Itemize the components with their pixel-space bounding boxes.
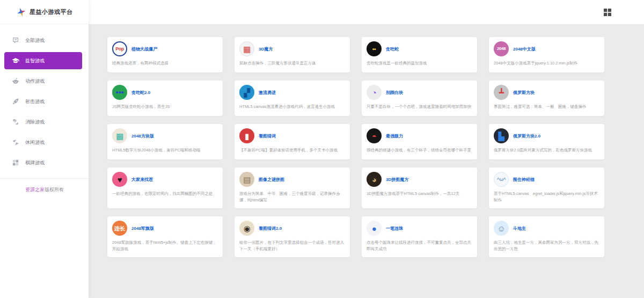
- sidebar-item-puzzle-games[interactable]: 益智游戏: [4, 52, 82, 69]
- game-card-header: ▙ 俄罗斯方块2.0: [494, 128, 599, 143]
- number-2048-icon: 2048: [494, 41, 509, 56]
- game-card[interactable]: ▪▪ 贪吃蛇 贪吃蛇游戏是一款经典的益智游戏: [362, 37, 477, 72]
- game-card[interactable]: ^ω^ 围住神经猫 基于HTML5 canvas、egret_loader.js…: [489, 168, 604, 208]
- game-card-header: ▪▪ 贪吃蛇: [367, 41, 472, 56]
- game-title-link[interactable]: 看图猜词: [259, 133, 276, 139]
- game-card-header: ♥ 大家来找茬: [112, 172, 218, 187]
- game-title-link[interactable]: 围住神经猫: [513, 177, 535, 183]
- game-card-header: ● 一笔连珠: [367, 221, 472, 236]
- game-card[interactable]: ▦ 2048方块版 HTML5数字方块2048小游戏，兼容PC端和移动端: [107, 124, 223, 159]
- game-card[interactable]: ▞ 激流勇进 HTML5 canvas激流勇进小游戏代码，迷宫逃生小游戏: [235, 81, 350, 116]
- game-card-header: ◔ 别踩白块: [367, 85, 472, 100]
- board-grid-icon: [12, 159, 19, 166]
- sidebar-item-shooting-games[interactable]: 射击游戏: [0, 93, 89, 110]
- sidebar-item-action-games[interactable]: 动作游戏: [0, 72, 89, 90]
- sidebar-item-all-games[interactable]: 全部游戏: [0, 32, 89, 49]
- sidebar-item-label: 益智游戏: [25, 57, 45, 64]
- game-card-header: 连长 2048军旗版: [112, 221, 218, 236]
- sidebar-nav: 全部游戏 益智游戏 动作游戏: [0, 24, 89, 171]
- game-title-link[interactable]: 3D魔方: [259, 46, 273, 52]
- game-card[interactable]: ●●● 贪吃蛇2.0 JS网页版贪吃蛇小游戏，原生JS: [107, 81, 223, 116]
- game-title-link[interactable]: 激流勇进: [259, 90, 276, 96]
- game-description: 3D拼图魔方游戏基于HTML5 canvas制作，一共12关: [367, 191, 472, 197]
- game-title-link[interactable]: 俄罗斯方块2.0: [513, 133, 540, 139]
- logo-star-icon: [16, 6, 27, 17]
- game-description: 很经典的猜谜小游戏，有三个杯子，猜猜金币在哪个杯子里: [367, 147, 472, 154]
- game-title-link[interactable]: 别踩白块: [386, 90, 403, 96]
- apps-grid-icon[interactable]: [603, 8, 612, 17]
- game-card[interactable]: Pop 植物大战僵尸 经典游戏还原，有两种模式选择: [107, 37, 223, 72]
- game-title-link[interactable]: 看图猜词2.0: [259, 226, 282, 231]
- copyright-brand-link[interactable]: 资源之家: [25, 187, 45, 192]
- cola-bottle-icon: ▮: [239, 128, 254, 143]
- copyright: 资源之家版权所有: [0, 179, 89, 193]
- game-card[interactable]: ◉ 看图猜词2.0 给你一张图片，在下列文字里选择组合一个成语，答对进入下一关（…: [235, 216, 350, 257]
- eye-icon: ◉: [239, 221, 254, 236]
- snake-2-icon: ●●●: [112, 85, 127, 100]
- game-card[interactable]: ▙ 俄罗斯方块2.0 俄罗斯方块2.0面向对象方式写的，彩色俄罗斯方块游戏: [489, 124, 604, 159]
- game-card[interactable]: ┻ 俄罗斯方块 界面简洁，难度可选：简单、一般、困难，键盘操作: [489, 81, 604, 116]
- game-card[interactable]: 连长 2048军旗版 2048军旗版游戏，基于html5+js制作。键盘上下左右…: [107, 216, 223, 257]
- game-title-link[interactable]: 2048军旗版: [131, 226, 154, 231]
- game-card[interactable]: ♥ 大家来找茬 一款经典的游戏，在限定时间内，找出两幅图的不同之处: [107, 168, 223, 208]
- rapids-stairs-icon: ▞: [239, 85, 254, 100]
- game-title-link[interactable]: 图像之谜拼图: [259, 177, 284, 183]
- sidebar-item-label: 全部游戏: [25, 37, 45, 44]
- rocket-icon: [12, 98, 19, 105]
- game-card[interactable]: ☺ 斗地主 由三人玩，地主是一方，其余两家为另一方，双方对战，先出完的一方胜: [489, 216, 604, 257]
- game-description: HTML5 canvas激流勇进小游戏代码，迷宫逃生小游戏: [239, 104, 345, 110]
- sidebar-item-label: 动作游戏: [25, 78, 45, 85]
- game-card-header: Pop 植物大战僵尸: [112, 41, 218, 56]
- game-title-link[interactable]: 贪吃蛇: [386, 46, 399, 52]
- landlord-boy-icon: ☺: [494, 221, 509, 236]
- game-title-link[interactable]: 一笔连珠: [386, 226, 403, 231]
- game-grid: Pop 植物大战僵尸 经典游戏还原，有两种模式选择 ▦ 3D魔方 鼠标点击操作，…: [89, 24, 644, 298]
- sidebar-item-elimination-games[interactable]: 消除游戏: [0, 113, 89, 130]
- game-card-header: ◕ 3D拼图魔方: [367, 172, 472, 187]
- game-card-header: ▮ 看图猜词: [239, 128, 345, 143]
- paper-planes-icon: [12, 139, 19, 146]
- pie-cube-icon: ◕: [367, 172, 382, 187]
- game-card[interactable]: ◔ 别踩白块 只要不是白块，一个个点吧，游戏速度随着时间增加而加快: [362, 81, 477, 116]
- game-card-header: ▦ 2048方块版: [112, 128, 218, 143]
- robot-head-icon: [12, 77, 19, 85]
- game-card[interactable]: ▮ 看图猜词 【不兼容PC端】更好体验请使用手机，多个关卡小游戏: [235, 124, 350, 159]
- game-description: 经典游戏还原，有两种模式选择: [112, 60, 218, 67]
- game-title-link[interactable]: 最强眼力: [386, 133, 403, 139]
- sidebar-item-label: 休闲游戏: [25, 139, 45, 146]
- copyright-suffix: 版权所有: [45, 187, 64, 192]
- graduation-cap-icon: [12, 57, 19, 64]
- game-card[interactable]: ▤ 图像之谜拼图 游戏分为简单、中等、困难，三个难度等级，记录操作步骤，纯htm…: [235, 168, 350, 208]
- game-title-link[interactable]: 贪吃蛇2.0: [131, 90, 150, 96]
- game-title-link[interactable]: 2048方块版: [131, 133, 154, 139]
- game-title-link[interactable]: 2048中文版: [513, 46, 536, 52]
- game-card-header: ●●● 贪吃蛇2.0: [112, 85, 218, 100]
- cat-face-icon: ^ω^: [494, 172, 509, 187]
- game-description: 由三人玩，地主是一方，其余两家为另一方，双方对战，先出完的一方胜: [494, 239, 599, 252]
- sidebar-item-label: 射击游戏: [25, 98, 45, 105]
- popcap-logo-icon: Pop: [112, 41, 127, 56]
- game-title-link[interactable]: 植物大战僵尸: [131, 46, 157, 52]
- logo[interactable]: 星益小游戏平台: [0, 0, 89, 24]
- game-card[interactable]: ● 一笔连珠 点击每个圆珠来让线段进行连接，不可重复点亮，全部点亮即闯关成功: [362, 216, 477, 257]
- snake-icon: ▪▪: [367, 41, 382, 56]
- sidebar-item-label: 消除游戏: [25, 119, 45, 126]
- game-card-header: ^ω^ 围住神经猫: [494, 172, 599, 187]
- game-card[interactable]: ▦ 3D魔方 鼠标点击操作，三阶魔方形状通常是正方体: [235, 37, 350, 72]
- ball-coin-icon: ◓: [367, 128, 382, 143]
- game-card[interactable]: ◓ 最强眼力 很经典的猜谜小游戏，有三个杯子，猜猜金币在哪个杯子里: [362, 124, 477, 159]
- game-title-link[interactable]: 俄罗斯方块: [513, 90, 535, 96]
- sidebar-item-board-games[interactable]: 棋牌游戏: [0, 154, 89, 171]
- game-title-link[interactable]: 3D拼图魔方: [386, 177, 408, 183]
- game-description: 给你一张图片，在下列文字里选择组合一个成语，答对进入下一关（手机端更好）: [239, 239, 345, 252]
- picture-puzzle-icon: ▤: [239, 172, 254, 187]
- app-window: 星益小游戏平台 全部游戏 益智游戏: [0, 0, 644, 298]
- game-card[interactable]: 2048 2048中文版 2048中文版小游戏基于jquery.1.10.2.m…: [489, 37, 604, 72]
- game-card[interactable]: ◕ 3D拼图魔方 3D拼图魔方游戏基于HTML5 canvas制作，一共12关: [362, 168, 477, 208]
- game-description: 2048军旗版游戏，基于html5+js制作。键盘上下左右按键，开始游戏: [112, 239, 218, 252]
- game-description: 只要不是白块，一个个点吧，游戏速度随着时间增加而加快: [367, 104, 472, 110]
- sidebar-item-casual-games[interactable]: 休闲游戏: [0, 134, 89, 151]
- game-title-link[interactable]: 大家来找茬: [131, 177, 153, 183]
- lianzhang-badge-icon: 连长: [112, 221, 127, 236]
- game-title-link[interactable]: 斗地主: [513, 226, 526, 231]
